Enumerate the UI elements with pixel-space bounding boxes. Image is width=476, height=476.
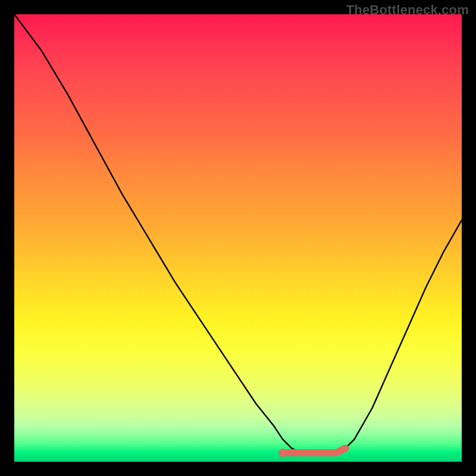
chart-svg [14, 14, 462, 462]
curve-line [14, 14, 462, 453]
trough-start-dot [278, 449, 287, 457]
chart-plot-area [14, 14, 462, 462]
watermark-text: TheBottleneck.com [346, 2, 469, 18]
chart-frame: TheBottleneck.com [0, 0, 476, 476]
